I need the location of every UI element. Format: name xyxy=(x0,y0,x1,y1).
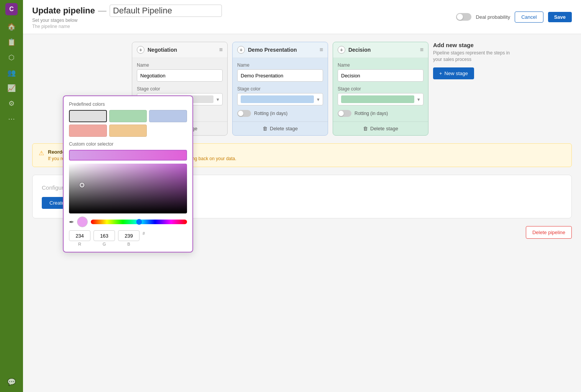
new-stage-label: New stage xyxy=(445,71,468,76)
stage-demo-add[interactable]: + xyxy=(237,46,245,54)
decision-color-arrow-icon: ▾ xyxy=(417,97,420,102)
color-picker-popup: Predefined colors Custom color selector xyxy=(63,95,193,253)
topbar: Update pipeline — Set your stages below … xyxy=(23,0,581,34)
sidebar-icon-home[interactable]: 🏠 xyxy=(5,20,18,34)
gradient-knob xyxy=(80,183,84,187)
title-divider: — xyxy=(98,6,107,16)
color-preview xyxy=(77,217,88,227)
demo-color-preview xyxy=(241,95,314,103)
decision-delete-label: Delete stage xyxy=(370,126,398,131)
rgb-g-input[interactable] xyxy=(94,230,115,241)
decision-rotting-toggle[interactable] xyxy=(338,110,351,117)
plus-icon: + xyxy=(439,71,442,76)
sidebar-icon-grid[interactable]: ⋯ xyxy=(5,112,18,126)
eyedropper-icon[interactable]: ✒ xyxy=(69,218,74,226)
new-stage-button[interactable]: + New stage xyxy=(433,67,474,79)
deal-probability-label: Deal probability xyxy=(476,14,510,20)
stage-negotiation-add[interactable]: + xyxy=(137,46,144,54)
predefined-label: Predefined colors xyxy=(69,102,187,107)
stage-negotiation-title: Negotiation xyxy=(148,47,216,53)
trash-icon-demo: 🗑 xyxy=(263,126,268,131)
demo-name-input[interactable] xyxy=(237,69,323,82)
rgb-b-field: B xyxy=(118,230,140,246)
stage-decision-header: + Decision ≡ xyxy=(333,42,428,58)
color-controls: ✒ xyxy=(69,217,187,227)
demo-rotting-label: Rotting (in days) xyxy=(254,111,287,116)
color-swatch-gray[interactable] xyxy=(69,110,107,122)
stages-container: Predefined colors Custom color selector xyxy=(32,42,572,136)
sidebar-icon-cube[interactable]: ⬡ xyxy=(5,51,18,64)
decision-color-select[interactable]: ▾ xyxy=(338,93,423,105)
color-gradient-picker[interactable] xyxy=(69,164,187,213)
trash-icon-decision: 🗑 xyxy=(363,126,368,131)
stage-decision-menu-icon[interactable]: ≡ xyxy=(420,46,423,53)
demo-color-select[interactable]: ▾ xyxy=(237,93,323,105)
sidebar-icon-chart[interactable]: 📈 xyxy=(5,81,18,95)
sidebar-icon-settings[interactable]: ⚙ xyxy=(5,97,18,110)
custom-color-label: Custom color selector xyxy=(69,141,187,147)
add-stage-description: Pipeline stages represent the steps in y… xyxy=(433,50,517,63)
page-title: Update pipeline xyxy=(32,6,95,16)
save-button[interactable]: Save xyxy=(548,12,572,22)
stages-area: Predefined colors Custom color selector xyxy=(32,42,572,136)
delete-pipeline-button[interactable]: Delete pipeline xyxy=(526,226,572,239)
deal-probability-toggle[interactable] xyxy=(456,13,471,21)
color-swatch-green[interactable] xyxy=(109,110,147,122)
rgb-g-label: G xyxy=(103,242,106,246)
demo-rotting-knob xyxy=(238,111,243,116)
demo-rotting-row: Rotting (in days) xyxy=(237,110,323,117)
negotiation-color-arrow-icon: ▾ xyxy=(217,97,219,102)
decision-color-preview xyxy=(341,95,414,103)
demo-color-arrow-icon: ▾ xyxy=(317,97,320,102)
app-logo[interactable]: C xyxy=(5,3,18,15)
hex-field: # xyxy=(143,230,145,246)
rgb-b-input[interactable] xyxy=(118,230,140,241)
stage-demo: + Demo Presentation ≡ Name Stage color ▾ xyxy=(232,42,328,136)
rgb-r-input[interactable] xyxy=(69,230,90,241)
rgb-r-field: R xyxy=(69,230,90,246)
color-swatch-blue[interactable] xyxy=(149,110,187,122)
negotiation-color-label: Stage color xyxy=(137,86,223,92)
decision-name-label: Name xyxy=(338,62,423,68)
pipeline-name-hint: The pipeline name xyxy=(32,24,222,29)
demo-name-label: Name xyxy=(237,62,323,68)
stage-demo-body: Name Stage color ▾ Rotting (in days) xyxy=(233,58,328,121)
stage-decision-body: Name Stage color ▾ Rotting (in days) xyxy=(333,58,428,121)
stage-negotiation-header: + Negotiation ≡ xyxy=(132,42,227,58)
stage-demo-menu-icon[interactable]: ≡ xyxy=(320,46,323,53)
custom-color-input-bar[interactable] xyxy=(69,150,187,161)
demo-rotting-toggle[interactable] xyxy=(237,110,251,117)
demo-delete-button[interactable]: 🗑 Delete stage xyxy=(233,121,328,135)
content-area: Predefined colors Custom color selector xyxy=(23,34,581,392)
sidebar-icon-users[interactable]: 👥 xyxy=(5,66,18,80)
rgb-inputs: R G B # xyxy=(69,230,187,246)
decision-rotting-row: Rotting (in days) xyxy=(338,110,423,117)
topbar-right: Deal probability Cancel Save xyxy=(456,11,572,23)
warning-icon: ⚠ xyxy=(39,149,44,157)
cancel-button[interactable]: Cancel xyxy=(515,11,543,23)
rgb-b-label: B xyxy=(127,242,130,246)
stage-decision-title: Decision xyxy=(348,47,417,53)
toggle-knob xyxy=(457,14,463,20)
stage-decision-add[interactable]: + xyxy=(338,46,345,54)
sidebar-icon-chat[interactable]: 💬 xyxy=(5,375,18,389)
color-swatch-red[interactable] xyxy=(69,125,107,137)
sidebar-icon-deals[interactable]: 📋 xyxy=(5,35,18,49)
rgb-g-field: G xyxy=(94,230,115,246)
decision-color-label: Stage color xyxy=(338,86,423,92)
demo-delete-label: Delete stage xyxy=(270,126,298,131)
stage-negotiation-menu-icon[interactable]: ≡ xyxy=(219,46,223,53)
decision-rotting-knob xyxy=(338,111,344,116)
stage-demo-title: Demo Presentation xyxy=(248,47,317,53)
pipeline-name-input[interactable] xyxy=(110,5,222,17)
hue-slider[interactable] xyxy=(91,220,187,224)
decision-name-input[interactable] xyxy=(338,69,423,82)
decision-delete-button[interactable]: 🗑 Delete stage xyxy=(333,121,428,135)
demo-color-label: Stage color xyxy=(237,86,323,92)
add-stage-title: Add new stage xyxy=(433,42,517,48)
negotiation-name-input[interactable] xyxy=(137,69,223,82)
topbar-title-group: Update pipeline — Set your stages below … xyxy=(32,5,222,29)
color-swatch-orange[interactable] xyxy=(109,125,147,137)
negotiation-name-label: Name xyxy=(137,62,223,68)
rgb-r-label: R xyxy=(78,242,81,246)
